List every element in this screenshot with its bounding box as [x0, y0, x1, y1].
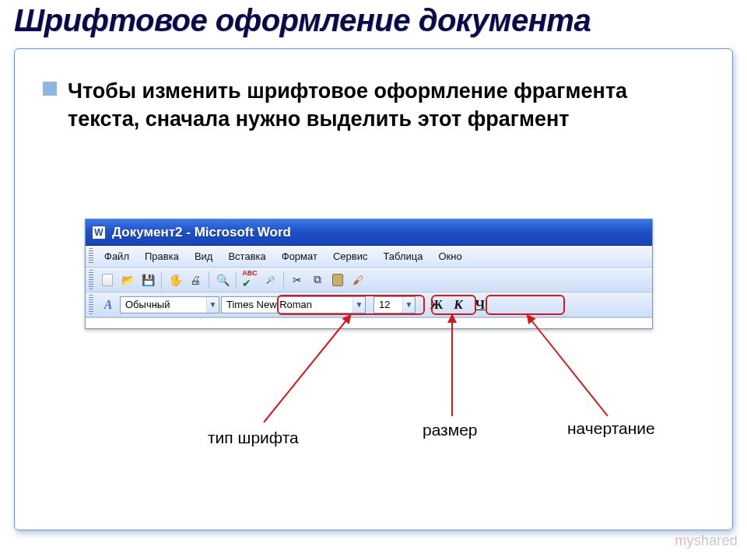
- chevron-down-icon: ▼: [402, 297, 415, 313]
- style-combo-value: Обычный: [125, 299, 170, 310]
- paste-button[interactable]: [328, 271, 347, 289]
- menu-file[interactable]: Файл: [96, 250, 137, 262]
- paintbrush-icon: 🖌: [352, 274, 363, 286]
- save-button[interactable]: 💾: [139, 271, 157, 289]
- toolbar-grip-icon[interactable]: [89, 270, 93, 289]
- svg-line-0: [264, 317, 349, 422]
- scissors-icon: ✂: [293, 274, 302, 286]
- annotation-font-type: тип шрифта: [208, 429, 299, 447]
- word-menubar: Файл Правка Вид Вставка Формат Сервис Та…: [86, 246, 652, 268]
- size-combo-value: 12: [379, 299, 390, 310]
- menu-format[interactable]: Формат: [274, 250, 325, 262]
- slide-title: Шрифтовое оформление документа: [14, 3, 747, 38]
- page-magnifier-icon: 🔍: [216, 274, 230, 286]
- word-titlebar: W Документ2 - Microsoft Word: [86, 219, 652, 246]
- word-standard-toolbar: 📂 💾 🖐 🖨 🔍 ABC✔ 🔎 ✂ ⧉ 🖌: [86, 268, 652, 292]
- open-folder-icon: 📂: [121, 274, 135, 286]
- word-app-icon: W: [92, 226, 106, 240]
- word-title: Документ2 - Microsoft Word: [112, 225, 291, 240]
- hand-icon: 🖐: [169, 274, 182, 286]
- font-combo-value: Times New Roman: [226, 299, 312, 310]
- save-disk-icon: 💾: [142, 274, 155, 286]
- toolbar-separator: [236, 271, 237, 289]
- menu-table[interactable]: Таблица: [375, 250, 430, 262]
- toolbar-grip-icon[interactable]: [89, 248, 93, 264]
- toolbar-grip-icon[interactable]: [89, 295, 93, 314]
- menu-edit[interactable]: Правка: [137, 250, 187, 262]
- bold-button[interactable]: Ж: [426, 296, 447, 314]
- research-icon: 🔎: [266, 276, 275, 284]
- menu-tools[interactable]: Сервис: [325, 250, 376, 262]
- annotation-size: размер: [423, 421, 478, 439]
- print-preview-button[interactable]: 🔍: [213, 271, 232, 289]
- spellcheck-button[interactable]: ABC✔: [240, 271, 259, 289]
- content-panel: Чтобы изменить шрифтовое оформление фраг…: [14, 48, 733, 530]
- italic-button[interactable]: К: [448, 296, 468, 314]
- word-formatting-toolbar: A Обычный ▼ Times New Roman ▼ 12 ▼ Ж К Ч: [86, 292, 652, 317]
- svg-line-2: [528, 317, 608, 416]
- print-button[interactable]: 🖨: [186, 271, 205, 289]
- format-painter-button[interactable]: 🖌: [349, 271, 367, 289]
- menu-view[interactable]: Вид: [187, 250, 221, 262]
- copy-button[interactable]: ⧉: [308, 271, 327, 289]
- word-window: W Документ2 - Microsoft Word Файл Правка…: [85, 219, 653, 329]
- bullet-text: Чтобы изменить шрифтовое оформление фраг…: [68, 77, 698, 134]
- spellcheck-abc-icon: ABC✔: [242, 270, 258, 289]
- clipboard-icon: [332, 274, 343, 286]
- styles-pane-button[interactable]: A: [98, 298, 118, 312]
- chevron-down-icon: ▼: [206, 297, 219, 313]
- copy-icon: ⧉: [314, 273, 321, 286]
- open-button[interactable]: 📂: [118, 271, 137, 289]
- bullet-row: Чтобы изменить шрифтовое оформление фраг…: [43, 77, 698, 134]
- research-button[interactable]: 🔎: [261, 271, 279, 289]
- toolbar-separator: [209, 271, 209, 289]
- new-doc-icon: [102, 274, 113, 286]
- menu-window[interactable]: Окно: [430, 250, 469, 262]
- annotation-style: начертание: [567, 419, 655, 438]
- bullet-square-icon: [43, 82, 57, 96]
- printer-icon: 🖨: [190, 274, 201, 286]
- watermark: myshared: [675, 533, 738, 549]
- style-combo[interactable]: Обычный ▼: [120, 296, 219, 313]
- document-area-strip: [86, 317, 652, 328]
- new-doc-button[interactable]: [98, 271, 117, 289]
- cut-button[interactable]: ✂: [288, 271, 307, 289]
- permissions-button[interactable]: 🖐: [166, 271, 184, 289]
- chevron-down-icon: ▼: [352, 297, 365, 313]
- font-name-combo[interactable]: Times New Roman ▼: [221, 296, 366, 313]
- toolbar-separator: [283, 271, 284, 289]
- font-size-combo[interactable]: 12 ▼: [374, 296, 416, 313]
- menu-insert[interactable]: Вставка: [220, 250, 273, 262]
- toolbar-separator: [161, 271, 162, 289]
- underline-button[interactable]: Ч: [470, 296, 490, 314]
